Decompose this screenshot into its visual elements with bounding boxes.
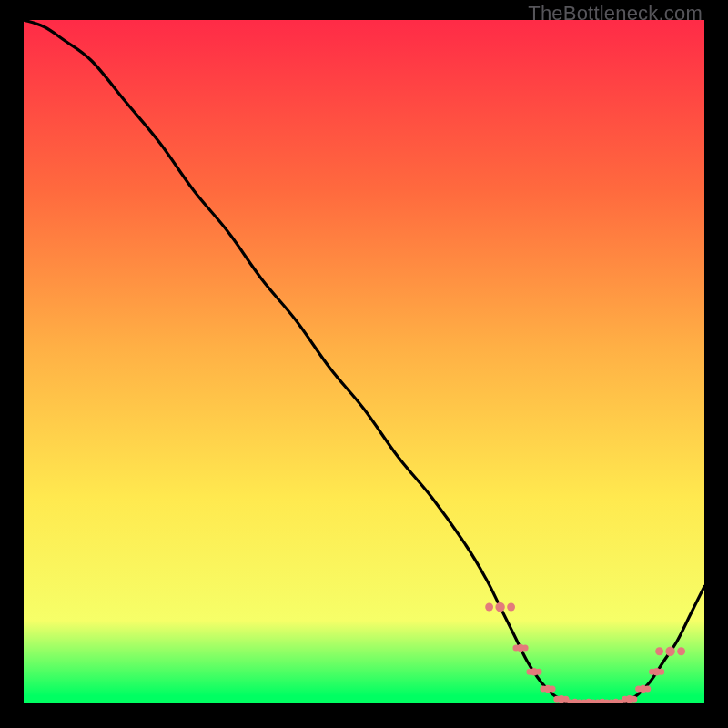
chart-frame (24, 20, 704, 703)
dot (535, 669, 541, 675)
dot (658, 669, 664, 675)
dot (644, 685, 651, 692)
dot (485, 603, 493, 612)
gradient-background (24, 20, 704, 703)
watermark-text: TheBottleneck.com (528, 2, 703, 25)
dot (507, 603, 515, 612)
dot (677, 647, 685, 655)
dot (655, 647, 663, 655)
dot (521, 644, 528, 651)
dot (495, 602, 504, 612)
chart-svg (24, 20, 704, 703)
dot (665, 647, 674, 656)
dot (631, 696, 637, 703)
dot (549, 685, 555, 692)
